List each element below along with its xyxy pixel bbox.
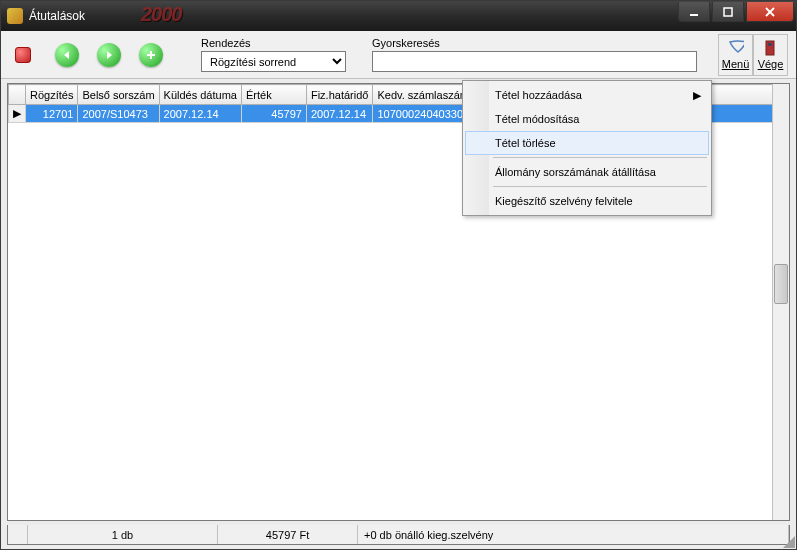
titlebar: Átutalások 2000 xyxy=(1,1,796,31)
add-button[interactable] xyxy=(139,43,163,67)
col-kedv[interactable]: Kedv. számlaszám xyxy=(373,85,474,105)
vege-button[interactable]: Vége xyxy=(753,34,788,76)
submenu-arrow-icon: ▶ xyxy=(693,89,701,102)
stop-button[interactable] xyxy=(15,47,31,63)
row-indicator-header xyxy=(9,85,26,105)
toolbar: Rendezés Rögzítési sorrend Gyorskeresés … xyxy=(1,31,796,79)
svg-rect-1 xyxy=(724,8,732,16)
bg-watermark: 2000 xyxy=(141,3,182,26)
col-kuldes[interactable]: Küldés dátuma xyxy=(159,85,241,105)
menu-item-edit[interactable]: Tétel módosítása xyxy=(465,107,709,131)
menu-item-renumber[interactable]: Állomány sorszámának átállítása xyxy=(465,160,709,184)
close-button[interactable] xyxy=(746,2,794,22)
scrollbar-thumb[interactable] xyxy=(774,264,788,304)
menu-button[interactable]: Menü xyxy=(718,34,753,76)
prev-button[interactable] xyxy=(55,43,79,67)
rendezes-label: Rendezés xyxy=(201,37,346,49)
col-ertek[interactable]: Érték xyxy=(241,85,306,105)
col-rogzites[interactable]: Rögzítés xyxy=(26,85,78,105)
row-indicator-icon: ▶ xyxy=(9,105,26,123)
status-count: 1 db xyxy=(28,525,218,544)
menu-item-delete[interactable]: Tétel törlése xyxy=(465,131,709,155)
col-fizh[interactable]: Fiz.határidő xyxy=(306,85,372,105)
col-belso[interactable]: Belső sorszám xyxy=(78,85,159,105)
status-extra: +0 db önálló kieg.szelvény xyxy=(358,525,789,544)
gyorskereses-label: Gyorskeresés xyxy=(372,37,697,49)
gyorskereses-input[interactable] xyxy=(372,51,697,72)
app-icon xyxy=(7,8,23,24)
minimize-button[interactable] xyxy=(678,2,710,22)
menu-item-add[interactable]: Tétel hozzáadása ▶ xyxy=(465,83,709,107)
next-button[interactable] xyxy=(97,43,121,67)
context-menu: Tétel hozzáadása ▶ Tétel módosítása Téte… xyxy=(462,80,712,216)
svg-rect-0 xyxy=(690,14,698,16)
svg-rect-7 xyxy=(768,43,772,46)
status-sum: 45797 Ft xyxy=(218,525,358,544)
svg-rect-5 xyxy=(147,54,155,56)
vertical-scrollbar[interactable] xyxy=(772,84,789,520)
maximize-button[interactable] xyxy=(712,2,744,22)
menu-separator xyxy=(493,157,707,158)
resize-grip[interactable] xyxy=(781,534,795,548)
window-title: Átutalások xyxy=(29,9,85,23)
rendezes-select[interactable]: Rögzítési sorrend xyxy=(201,51,346,72)
menu-item-kieg[interactable]: Kiegészítő szelvény felvitele xyxy=(465,189,709,213)
exit-icon xyxy=(763,40,779,56)
menu-separator xyxy=(493,186,707,187)
menu-icon xyxy=(728,40,744,56)
statusbar: 1 db 45797 Ft +0 db önálló kieg.szelvény xyxy=(7,525,790,545)
